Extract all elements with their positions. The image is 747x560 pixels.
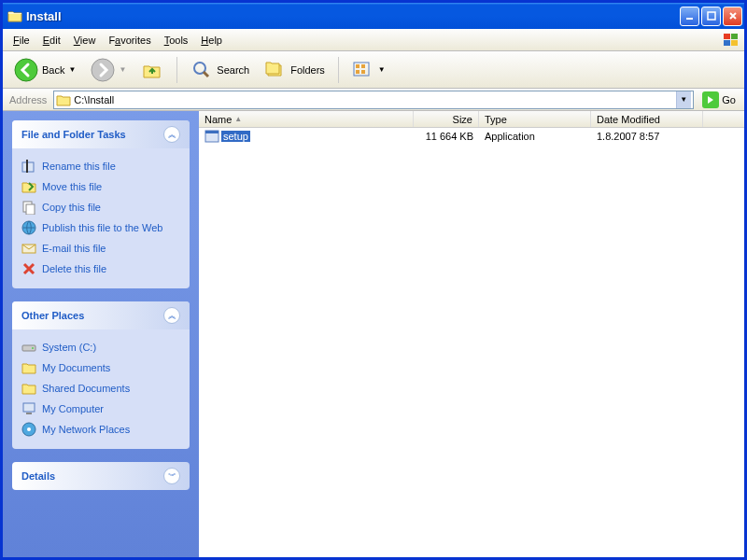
views-button[interactable]: ▼ bbox=[346, 57, 391, 83]
file-size: 11 664 KB bbox=[414, 130, 479, 143]
go-icon bbox=[702, 91, 719, 108]
menu-favorites[interactable]: Favorites bbox=[102, 33, 157, 48]
folder-icon bbox=[21, 360, 36, 375]
svg-rect-18 bbox=[26, 204, 35, 215]
copy-icon bbox=[21, 200, 36, 215]
task-move[interactable]: Move this file bbox=[21, 176, 180, 197]
folder-icon bbox=[7, 9, 22, 22]
svg-rect-13 bbox=[361, 70, 365, 74]
folder-icon bbox=[56, 93, 71, 106]
address-label: Address bbox=[7, 94, 49, 105]
svg-rect-1 bbox=[708, 12, 715, 20]
views-icon bbox=[352, 61, 374, 79]
rename-icon bbox=[21, 159, 36, 174]
back-dropdown-icon[interactable]: ▼ bbox=[68, 65, 76, 74]
folders-button[interactable]: Folders bbox=[259, 55, 331, 85]
forward-dropdown-icon[interactable]: ▼ bbox=[119, 65, 126, 74]
place-network[interactable]: My Network Places bbox=[21, 419, 180, 440]
menu-tools[interactable]: Tools bbox=[158, 33, 195, 48]
column-header-name[interactable]: Name ▲ bbox=[199, 111, 414, 127]
back-button[interactable]: Back ▼ bbox=[8, 54, 81, 86]
svg-point-7 bbox=[92, 59, 114, 81]
menu-edit[interactable]: Edit bbox=[36, 33, 67, 48]
place-shared-documents[interactable]: Shared Documents bbox=[21, 378, 180, 399]
address-path: C:\Install bbox=[71, 94, 676, 105]
views-dropdown-icon[interactable]: ▼ bbox=[378, 65, 386, 74]
address-input[interactable]: C:\Install ▼ bbox=[53, 91, 694, 109]
back-icon bbox=[14, 58, 38, 82]
go-button[interactable]: Go bbox=[698, 91, 740, 109]
place-my-documents[interactable]: My Documents bbox=[21, 357, 180, 378]
addressbar: Address C:\Install ▼ Go bbox=[3, 89, 744, 111]
publish-icon bbox=[21, 220, 36, 235]
task-publish[interactable]: Publish this file to the Web bbox=[21, 217, 180, 238]
svg-rect-10 bbox=[356, 64, 359, 68]
svg-rect-16 bbox=[26, 160, 28, 173]
toolbar-separator bbox=[176, 57, 177, 83]
menubar: File Edit View Favorites Tools Help bbox=[3, 29, 744, 51]
computer-icon bbox=[21, 401, 36, 416]
column-header-date[interactable]: Date Modified bbox=[591, 111, 703, 127]
svg-rect-2 bbox=[724, 34, 730, 39]
svg-rect-3 bbox=[731, 34, 738, 39]
folder-icon bbox=[21, 381, 36, 396]
svg-rect-23 bbox=[23, 403, 35, 412]
column-header-type[interactable]: Type bbox=[479, 111, 591, 127]
sidebar: File and Folder Tasks ︽ Rename this file… bbox=[3, 111, 199, 557]
network-icon bbox=[21, 422, 36, 437]
menu-view[interactable]: View bbox=[67, 33, 103, 48]
window-title: Install bbox=[26, 9, 678, 23]
svg-rect-0 bbox=[686, 18, 693, 20]
windows-flag-icon bbox=[722, 32, 740, 49]
toolbar-separator bbox=[338, 57, 339, 83]
folders-icon bbox=[264, 59, 287, 81]
svg-point-22 bbox=[32, 347, 34, 349]
task-label: Delete this file bbox=[42, 263, 106, 274]
menu-file[interactable]: File bbox=[7, 33, 36, 48]
tasks-panel-header[interactable]: File and Folder Tasks ︽ bbox=[12, 120, 190, 148]
places-panel-title: Other Places bbox=[21, 310, 84, 321]
chevron-up-icon: ︽ bbox=[163, 307, 180, 324]
svg-rect-4 bbox=[724, 40, 730, 46]
toolbar: Back ▼ ▼ Search Folders ▼ bbox=[3, 51, 744, 89]
svg-point-6 bbox=[15, 59, 37, 81]
address-dropdown-icon[interactable]: ▼ bbox=[676, 91, 691, 108]
task-email[interactable]: E-mail this file bbox=[21, 238, 180, 259]
task-rename[interactable]: Rename this file bbox=[21, 156, 180, 176]
search-button[interactable]: Search bbox=[185, 55, 255, 85]
maximize-button[interactable] bbox=[701, 7, 721, 26]
details-panel-header[interactable]: Details ︾ bbox=[12, 462, 190, 490]
up-button[interactable] bbox=[135, 55, 169, 85]
minimize-button[interactable] bbox=[680, 7, 699, 26]
details-panel: Details ︾ bbox=[12, 462, 190, 490]
close-button[interactable] bbox=[723, 7, 742, 26]
task-label: Copy this file bbox=[42, 202, 101, 213]
chevron-up-icon: ︽ bbox=[163, 126, 180, 143]
sort-asc-icon: ▲ bbox=[234, 115, 242, 123]
place-label: My Network Places bbox=[42, 424, 130, 435]
up-folder-icon bbox=[141, 59, 163, 81]
place-label: My Documents bbox=[42, 362, 110, 373]
tasks-panel: File and Folder Tasks ︽ Rename this file… bbox=[12, 120, 190, 288]
column-header-size[interactable]: Size bbox=[414, 111, 479, 127]
task-label: Move this file bbox=[42, 181, 102, 192]
forward-button[interactable]: ▼ bbox=[85, 54, 132, 86]
task-label: Rename this file bbox=[42, 161, 116, 172]
task-delete[interactable]: Delete this file bbox=[21, 259, 180, 279]
file-row[interactable]: setup 11 664 KB Application 1.8.2007 8:5… bbox=[199, 128, 744, 144]
file-name: setup bbox=[221, 131, 250, 142]
svg-rect-12 bbox=[356, 70, 359, 74]
place-label: Shared Documents bbox=[42, 383, 130, 394]
titlebar: Install bbox=[3, 3, 744, 29]
svg-rect-11 bbox=[361, 64, 365, 68]
place-my-computer[interactable]: My Computer bbox=[21, 399, 180, 419]
file-date: 1.8.2007 8:57 bbox=[591, 130, 703, 143]
task-label: Publish this file to the Web bbox=[42, 222, 162, 233]
menu-help[interactable]: Help bbox=[194, 33, 229, 48]
task-copy[interactable]: Copy this file bbox=[21, 197, 180, 217]
folders-label: Folders bbox=[290, 64, 325, 76]
places-panel-header[interactable]: Other Places ︽ bbox=[12, 301, 190, 329]
search-icon bbox=[190, 59, 213, 81]
place-system-c[interactable]: System (C:) bbox=[21, 337, 180, 357]
task-label: E-mail this file bbox=[42, 243, 106, 254]
